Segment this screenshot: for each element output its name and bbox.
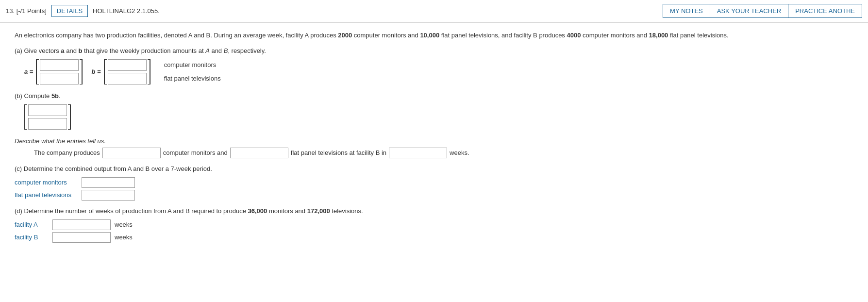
part-d-label: (d) Determine the number of weeks of pro… bbox=[15, 207, 853, 215]
vector-labels: computer monitors flat panel televisions bbox=[164, 59, 221, 84]
header-left: 13. [-/1 Points] DETAILS HOLTLINALG2 2.1… bbox=[6, 5, 663, 17]
vector-5b-bracket bbox=[24, 104, 71, 130]
part-d-weeks-label-a: weeks bbox=[115, 221, 133, 228]
part-c-label: (c) Determine the combined output from A… bbox=[15, 165, 853, 172]
practice-another-button[interactable]: PRACTICE ANOTHE bbox=[788, 4, 862, 18]
bracket-left-a bbox=[36, 59, 39, 84]
bracket-right-b bbox=[148, 59, 150, 84]
vector-b-bracket bbox=[104, 59, 150, 84]
vector-b-inputs bbox=[108, 59, 147, 84]
part-d-facility-b-input[interactable] bbox=[52, 232, 111, 243]
bracket-right-a bbox=[80, 59, 83, 84]
produces-monitors-input[interactable] bbox=[102, 148, 161, 158]
label-monitors: computer monitors bbox=[164, 59, 221, 71]
vector-b-input-1[interactable] bbox=[108, 59, 147, 71]
part-c-monitors-label: computer monitors bbox=[15, 179, 78, 186]
part-d-row-facility-b: facility B weeks bbox=[15, 232, 853, 243]
problem-intro: An electronics company has two productio… bbox=[15, 31, 853, 40]
header-right: MY NOTES ASK YOUR TEACHER PRACTICE ANOTH… bbox=[663, 4, 862, 18]
produces-middle1: computer monitors and bbox=[163, 149, 228, 156]
produces-prefix: The company produces bbox=[34, 149, 100, 156]
describe-section: Describe what the entries tell us. The c… bbox=[15, 137, 853, 158]
describe-heading: Describe what the entries tell us. bbox=[15, 137, 853, 145]
part-c-tv-label: flat panel televisions bbox=[15, 191, 78, 199]
produces-row: The company produces computer monitors a… bbox=[34, 148, 853, 158]
part-d-inputs: facility A weeks facility B weeks bbox=[15, 219, 853, 243]
part-c-row-monitors: computer monitors bbox=[15, 177, 853, 188]
a-label: a = bbox=[24, 68, 33, 75]
vector-5b-inputs bbox=[28, 104, 67, 130]
part-c-tv-input[interactable] bbox=[82, 190, 135, 201]
course-code: HOLTLINALG2 2.1.055. bbox=[93, 7, 160, 15]
vector-5b-input-1[interactable] bbox=[28, 104, 67, 116]
part-b-vector bbox=[24, 104, 853, 130]
part-d-facility-a-input[interactable] bbox=[52, 219, 111, 230]
bracket-right-5b bbox=[68, 104, 71, 130]
label-televisions: flat panel televisions bbox=[164, 73, 221, 84]
part-c-row-tv: flat panel televisions bbox=[15, 190, 853, 201]
b-label: b = bbox=[91, 68, 100, 75]
question-number: 13. [-/1 Points] bbox=[6, 7, 47, 15]
part-d-facility-b-label: facility B bbox=[15, 234, 49, 241]
part-c-monitors-input[interactable] bbox=[82, 177, 135, 188]
part-d: (d) Determine the number of weeks of pro… bbox=[15, 207, 853, 243]
produces-weeks-input[interactable] bbox=[389, 148, 447, 158]
part-b-label: (b) Compute 5b. bbox=[15, 92, 853, 100]
produces-tv-input[interactable] bbox=[230, 148, 288, 158]
part-d-weeks-label-b: weeks bbox=[115, 234, 133, 241]
part-a-label: (a) Give vectors a and b that give the w… bbox=[15, 47, 853, 54]
produces-middle2: flat panel televisions at facility B in bbox=[291, 149, 386, 156]
produces-suffix: weeks. bbox=[450, 149, 469, 156]
vector-row-a-b: a = b = comp bbox=[24, 59, 853, 84]
my-notes-button[interactable]: MY NOTES bbox=[663, 4, 710, 18]
vector-a-eq: a = bbox=[24, 59, 83, 84]
part-c: (c) Determine the combined output from A… bbox=[15, 165, 853, 201]
vector-a-bracket bbox=[36, 59, 83, 84]
vector-a-inputs bbox=[40, 59, 79, 84]
ask-teacher-button[interactable]: ASK YOUR TEACHER bbox=[710, 4, 788, 18]
part-c-inputs: computer monitors flat panel televisions bbox=[15, 177, 853, 201]
part-d-row-facility-a: facility A weeks bbox=[15, 219, 853, 230]
bracket-left-b bbox=[104, 59, 107, 84]
main-content: An electronics company has two productio… bbox=[0, 23, 868, 251]
vector-b-eq: b = bbox=[91, 59, 150, 84]
bracket-left-5b bbox=[24, 104, 27, 130]
vector-b-input-2[interactable] bbox=[108, 73, 147, 84]
vector-5b-input-2[interactable] bbox=[28, 118, 67, 130]
vector-a-input-1[interactable] bbox=[40, 59, 79, 71]
details-button[interactable]: DETAILS bbox=[51, 5, 88, 17]
part-d-facility-a-label: facility A bbox=[15, 221, 49, 228]
page-header: 13. [-/1 Points] DETAILS HOLTLINALG2 2.1… bbox=[0, 0, 868, 22]
vector-a-input-2[interactable] bbox=[40, 73, 79, 84]
